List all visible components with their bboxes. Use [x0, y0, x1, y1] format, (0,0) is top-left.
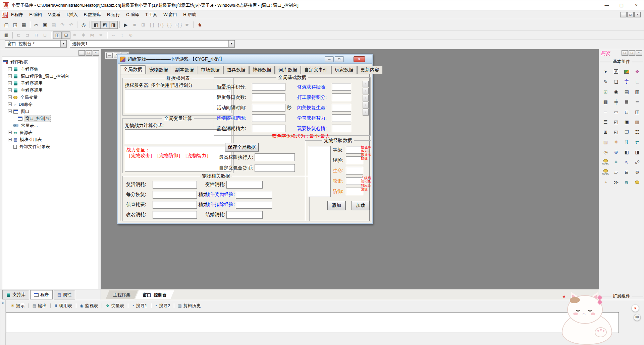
hscroll-icon[interactable]: ⇄: [632, 137, 643, 146]
menu-item-3[interactable]: V.查看: [45, 11, 63, 19]
tree-item[interactable]: 窗口_控制台: [3, 115, 98, 122]
ime-badge[interactable]: 中: [634, 314, 641, 321]
dotted-line-icon[interactable]: ┄: [600, 107, 611, 116]
dialog-tab[interactable]: 更新内容: [357, 66, 383, 74]
palette-minimize-icon[interactable]: ▢: [622, 50, 628, 56]
dialog-tab[interactable]: 神器数据: [249, 66, 275, 74]
copy-button[interactable]: ▣: [41, 21, 49, 29]
add-button[interactable]: 添加: [327, 201, 345, 210]
close-icon[interactable]: ×: [0, 301, 5, 305]
base-right-input-1[interactable]: [332, 83, 351, 91]
mini-square-button[interactable]: ▫: [363, 95, 369, 101]
dialog-tab[interactable]: 自定义事件: [301, 66, 331, 74]
designed-form-window[interactable]: 超级宠物—————小型游戏-【CYGF_小辉】 — ▢ × 全局数据宠物数据副本…: [117, 54, 373, 224]
base-right-input-5[interactable]: [332, 125, 351, 132]
shapes-icon[interactable]: ❖: [632, 67, 643, 76]
image-button-icon[interactable]: ▣: [622, 117, 632, 126]
maximize-icon[interactable]: ▢: [614, 0, 629, 10]
cut-button[interactable]: ✂: [32, 21, 41, 29]
odbc-db-icon[interactable]: ODBC: [600, 157, 611, 166]
project-panel-close-icon[interactable]: ×: [93, 50, 99, 56]
line-icon[interactable]: ━: [632, 97, 643, 106]
wave-chart-icon[interactable]: ∿: [622, 157, 632, 166]
mini-square-button[interactable]: ▫: [363, 81, 369, 87]
base-left-input-3[interactable]: [252, 104, 285, 112]
pen-icon[interactable]: ✎: [600, 77, 611, 86]
tree-item[interactable]: +子程序调用: [3, 80, 98, 87]
listbox-icon[interactable]: ▤: [622, 87, 632, 96]
minimize-icon[interactable]: —: [599, 0, 614, 10]
save-file-button[interactable]: ▦: [19, 21, 28, 29]
project-panel-minimize-icon[interactable]: —: [78, 50, 85, 56]
same-width-button[interactable]: ◫: [53, 31, 62, 39]
base-right-input-3[interactable]: [332, 104, 351, 112]
palette-close-icon[interactable]: ×: [636, 50, 642, 56]
vscroll-icon[interactable]: ⇅: [622, 137, 632, 146]
new-file-button[interactable]: ▢: [2, 21, 11, 29]
bottom-tab-3[interactable]: ⠿调用表: [51, 302, 75, 309]
database-icon[interactable]: [632, 178, 643, 187]
expander-icon[interactable]: +: [8, 102, 12, 106]
tree-item[interactable]: +↓≡Dll命令: [3, 101, 98, 108]
pet-right-input-1[interactable]: [226, 181, 263, 189]
menu-item-2[interactable]: E.编辑: [26, 11, 45, 19]
bottom-tab-6[interactable]: ◔搜寻1: [129, 302, 150, 309]
network-icon[interactable]: ≋: [622, 178, 632, 187]
cursor-icon[interactable]: ➤: [600, 67, 611, 76]
expander-icon[interactable]: +: [8, 88, 12, 92]
link-icon[interactable]: ☍: [632, 157, 643, 166]
dialog-tab[interactable]: 道具数据: [223, 66, 249, 74]
folder-icon[interactable]: ▱: [611, 167, 622, 177]
form-designer-canvas[interactable]: —▢× 超级宠物—————小型游戏-【CYGF_小辉】 — ▢ × 全局数据宠物…: [101, 49, 599, 289]
base-left-input-5[interactable]: [252, 125, 285, 132]
hatch-icon[interactable]: ▩: [632, 117, 643, 126]
exp-listbox[interactable]: [308, 146, 331, 197]
progress-icon[interactable]: ◧: [622, 147, 632, 156]
tree-item[interactable]: +▦模块引用表: [3, 136, 98, 143]
palette-restore-icon[interactable]: ▢: [629, 50, 635, 56]
calc-note-box[interactable]: 战力变量： ［宠物攻击］［宠物防御］［宠物智力］ ˄ ˅: [125, 146, 231, 171]
layout-top-button[interactable]: ◩: [100, 21, 109, 29]
bottom-tab-1[interactable]: ☀提示: [8, 302, 28, 309]
tree-item[interactable]: +主程序调用: [3, 87, 98, 94]
label-icon[interactable]: A: [611, 67, 622, 76]
mini-square-button[interactable]: ▫: [363, 109, 369, 116]
char-label-icon[interactable]: 字: [622, 77, 632, 86]
corner-shape-icon[interactable]: ∟: [632, 77, 643, 86]
clock-icon[interactable]: ◷: [600, 147, 611, 156]
tree-item[interactable]: 外部文件记录表: [3, 143, 98, 150]
dialog-tab[interactable]: 全局数据: [120, 65, 146, 74]
pet-left-input-1[interactable]: [153, 181, 197, 189]
pet-right-input-2[interactable]: [236, 191, 272, 199]
dialog-close-icon[interactable]: ×: [354, 56, 365, 62]
left-tab-1[interactable]: 支持库: [2, 290, 29, 299]
radio-icon[interactable]: ◉: [611, 87, 622, 96]
same-height-button[interactable]: ⊟: [62, 31, 70, 39]
mini-square-button[interactable]: ▫: [363, 88, 369, 94]
tree-item[interactable]: +◈◈资源表: [3, 129, 98, 136]
menu-item-7[interactable]: C.编译: [123, 11, 142, 19]
dialog-titlebar[interactable]: 超级宠物—————小型游戏-【CYGF_小辉】 — ▢ ×: [118, 55, 372, 64]
mini-square-button[interactable]: ▫: [363, 102, 369, 109]
picturebox-icon[interactable]: [622, 67, 632, 76]
checkbox-icon[interactable]: ☑: [600, 87, 611, 96]
record-icon[interactable]: ⊟: [622, 167, 632, 177]
table-icon[interactable]: ▦: [600, 97, 611, 106]
menu-item-4[interactable]: I.插入: [64, 11, 81, 19]
base-right-input-4[interactable]: [332, 114, 351, 122]
left-tab-2[interactable]: 程序: [30, 290, 53, 299]
expander-icon[interactable]: +: [8, 67, 12, 71]
mdi-close-icon[interactable]: ×: [634, 12, 641, 17]
menu-item-5[interactable]: B.数据库: [81, 11, 104, 19]
pet-left-input-4[interactable]: [153, 211, 197, 219]
editor-tab-2[interactable]: 窗口_控制台: [135, 290, 174, 299]
admin-input[interactable]: [255, 153, 295, 161]
chevron-down-icon[interactable]: ▼: [228, 41, 234, 47]
bars-icon[interactable]: ☷: [632, 127, 643, 136]
slider-icon[interactable]: ╪: [611, 97, 622, 106]
devices-icon[interactable]: ⊚: [632, 167, 643, 177]
menu-list-icon[interactable]: ≣: [622, 97, 632, 106]
bottom-tab-4[interactable]: ◉监视表: [77, 302, 101, 309]
dialog-tab[interactable]: 副本数据: [172, 66, 197, 74]
output-textbox[interactable]: [6, 312, 619, 333]
